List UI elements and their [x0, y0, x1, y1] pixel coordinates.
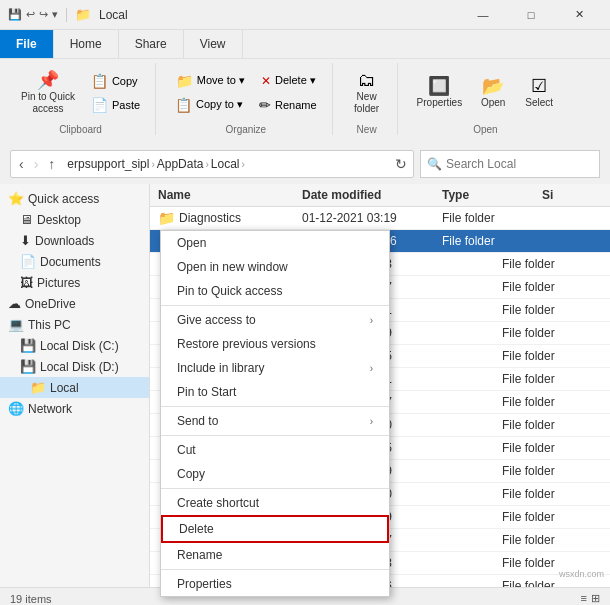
delete-icon: ✕	[261, 74, 271, 88]
new-folder-label: Newfolder	[354, 91, 379, 115]
minimize-button[interactable]: —	[460, 0, 506, 30]
select-button[interactable]: ☑ Select	[517, 72, 561, 113]
tab-file[interactable]: File	[0, 30, 54, 58]
nav-item-disk-d[interactable]: 💾 Local Disk (D:)	[0, 356, 149, 377]
path-sep-1: ›	[151, 159, 154, 170]
file-type: File folder	[502, 418, 602, 432]
pin-quick-access-button[interactable]: 📌 Pin to Quickaccess	[14, 66, 82, 120]
new-folder-icon: 🗂	[358, 71, 376, 89]
qat-down-icon[interactable]: ▾	[52, 8, 58, 21]
qat-save-icon[interactable]: 💾	[8, 8, 22, 21]
cm-properties[interactable]: Properties	[161, 572, 389, 596]
back-button[interactable]: ‹	[15, 154, 28, 174]
cm-send-to[interactable]: Send to ›	[161, 409, 389, 433]
new-folder-button[interactable]: 🗂 Newfolder	[345, 66, 389, 120]
forward-button[interactable]: ›	[30, 154, 43, 174]
maximize-button[interactable]: □	[508, 0, 554, 30]
col-header-type: Type	[442, 188, 542, 202]
title-bar-left: 💾 ↩ ↪ ▾ 📁 Local	[8, 7, 128, 22]
nav-label-disk-c: Local Disk (C:)	[40, 339, 119, 353]
cm-pin-start[interactable]: Pin to Start	[161, 380, 389, 404]
open-items: 🔲 Properties 📂 Open ☑ Select	[410, 63, 562, 122]
properties-icon: 🔲	[428, 77, 450, 95]
close-button[interactable]: ✕	[556, 0, 602, 30]
rename-label: Rename	[275, 99, 317, 111]
delete-ribbon-button[interactable]: ✕ Delete ▾	[254, 70, 323, 92]
cm-pin-start-label: Pin to Start	[177, 385, 373, 399]
paste-button[interactable]: 📄 Paste	[84, 94, 147, 116]
open-button[interactable]: 📂 Open	[471, 72, 515, 113]
paste-label: Paste	[112, 99, 140, 111]
clipboard-items: 📌 Pin to Quickaccess 📋 Copy 📄 Paste	[14, 63, 147, 122]
file-type: File folder	[502, 487, 602, 501]
cm-restore-versions[interactable]: Restore previous versions	[161, 332, 389, 356]
file-type: File folder	[442, 234, 542, 248]
pin-label: Pin to Quickaccess	[21, 91, 75, 115]
clipboard-group: 📌 Pin to Quickaccess 📋 Copy 📄 Paste Clip…	[6, 63, 156, 135]
nav-item-desktop[interactable]: 🖥 Desktop	[0, 209, 149, 230]
copy-to-button[interactable]: 📋 Copy to ▾	[168, 94, 250, 116]
cm-delete-label: Delete	[179, 522, 371, 536]
onedrive-icon: ☁	[8, 296, 21, 311]
tab-view[interactable]: View	[184, 30, 243, 58]
path-sep-3: ›	[241, 159, 244, 170]
cm-give-access-label: Give access to	[177, 313, 370, 327]
cm-give-access[interactable]: Give access to ›	[161, 308, 389, 332]
qat-redo-icon[interactable]: ↪	[39, 8, 48, 21]
nav-item-documents[interactable]: 📄 Documents	[0, 251, 149, 272]
tab-home[interactable]: Home	[54, 30, 119, 58]
file-type: File folder	[502, 326, 602, 340]
nav-item-network[interactable]: 🌐 Network	[0, 398, 149, 419]
nav-item-pictures[interactable]: 🖼 Pictures	[0, 272, 149, 293]
cm-pin-quick-access[interactable]: Pin to Quick access	[161, 279, 389, 303]
cm-sep-4	[161, 488, 389, 489]
file-row[interactable]: 📁 Diagnostics 01-12-2021 03:19 File fold…	[150, 207, 610, 230]
move-to-button[interactable]: 📁 Move to ▾	[169, 70, 252, 92]
nav-item-local[interactable]: 📁 Local	[0, 377, 149, 398]
up-button[interactable]: ↑	[44, 154, 59, 174]
nav-label-desktop: Desktop	[37, 213, 81, 227]
organize-items: 📁 Move to ▾ ✕ Delete ▾ 📋 Copy to ▾ ✏ Ren…	[168, 63, 324, 122]
quick-access-icon: ⭐	[8, 191, 24, 206]
window-folder-icon: 📁	[75, 7, 91, 22]
cm-open[interactable]: Open	[161, 231, 389, 255]
file-type: File folder	[502, 556, 602, 570]
refresh-button[interactable]: ↻	[389, 154, 413, 174]
cm-cut[interactable]: Cut	[161, 438, 389, 462]
title-bar-controls: — □ ✕	[460, 0, 602, 30]
cm-delete[interactable]: Delete	[161, 515, 389, 543]
nav-item-onedrive[interactable]: ☁ OneDrive	[0, 293, 149, 314]
select-icon: ☑	[531, 77, 547, 95]
copy-icon: 📋	[91, 73, 108, 89]
copy-button[interactable]: 📋 Copy	[84, 70, 147, 92]
cm-rename[interactable]: Rename	[161, 543, 389, 567]
cm-rename-label: Rename	[177, 548, 373, 562]
details-view-icon[interactable]: ≡	[581, 592, 587, 605]
rename-ribbon-button[interactable]: ✏ Rename	[252, 94, 324, 116]
cm-sep-3	[161, 435, 389, 436]
address-bar[interactable]: ‹ › ↑ erpsupport_sipl › AppData › Local …	[10, 150, 414, 178]
nav-item-this-pc[interactable]: 💻 This PC	[0, 314, 149, 335]
cm-include-library[interactable]: Include in library ›	[161, 356, 389, 380]
search-input[interactable]	[446, 157, 593, 171]
open-label: Open	[473, 124, 497, 135]
properties-button[interactable]: 🔲 Properties	[410, 72, 470, 113]
file-type: File folder	[502, 533, 602, 547]
cm-create-shortcut[interactable]: Create shortcut	[161, 491, 389, 515]
nav-label-disk-d: Local Disk (D:)	[40, 360, 119, 374]
cm-send-to-label: Send to	[177, 414, 370, 428]
nav-item-quick-access[interactable]: ⭐ Quick access	[0, 188, 149, 209]
nav-item-downloads[interactable]: ⬇ Downloads	[0, 230, 149, 251]
downloads-icon: ⬇	[20, 233, 31, 248]
organize-row2: 📋 Copy to ▾ ✏ Rename	[168, 94, 324, 116]
cm-copy[interactable]: Copy	[161, 462, 389, 486]
documents-icon: 📄	[20, 254, 36, 269]
tiles-view-icon[interactable]: ⊞	[591, 592, 600, 605]
file-type: File folder	[502, 303, 602, 317]
search-box[interactable]: 🔍	[420, 150, 600, 178]
nav-item-disk-c[interactable]: 💾 Local Disk (C:)	[0, 335, 149, 356]
cm-open-new-window[interactable]: Open in new window	[161, 255, 389, 279]
address-path[interactable]: erpsupport_sipl › AppData › Local ›	[67, 157, 385, 171]
qat-undo-icon[interactable]: ↩	[26, 8, 35, 21]
tab-share[interactable]: Share	[119, 30, 184, 58]
